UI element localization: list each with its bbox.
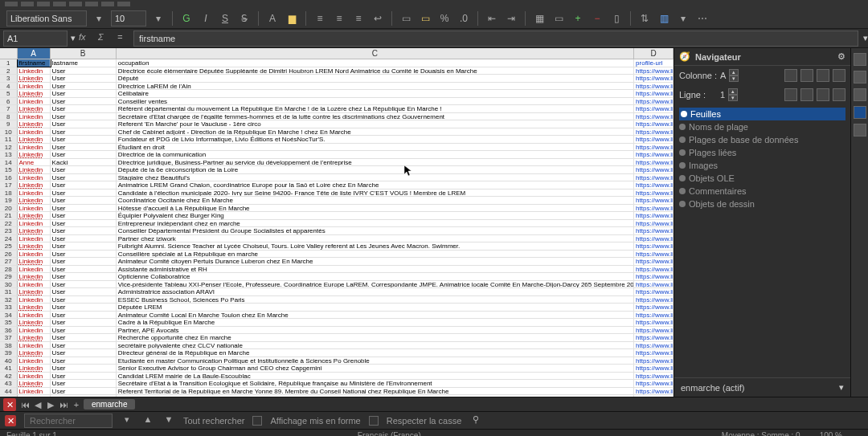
formatted-checkbox[interactable] (252, 416, 262, 426)
cell[interactable]: https://www.li (634, 181, 674, 189)
cell[interactable]: https://www.li (634, 67, 674, 75)
table-row[interactable]: 38LinkedinUsersecrétaire polyvalente che… (0, 342, 674, 350)
cell[interactable]: User (51, 227, 117, 234)
cell[interactable]: Fulbright Alumni. Science Teacher at Lyc… (117, 242, 634, 250)
cell[interactable]: User (51, 98, 117, 105)
cell[interactable]: Linkedin (18, 113, 51, 120)
cell[interactable]: User (51, 319, 117, 326)
cell[interactable]: Chef de Cabinet adjoint - Direction de l… (117, 128, 634, 136)
cell[interactable]: User (51, 380, 117, 387)
cell[interactable]: Député de la 6e circonscription de la Lo… (117, 166, 634, 173)
dropdown-icon[interactable]: ▾ (839, 382, 844, 393)
cell[interactable]: profile-url (634, 59, 674, 67)
cell[interactable]: firstname (18, 59, 51, 67)
cell[interactable]: Stagiaire chez Beautiful's (117, 174, 634, 181)
currency-icon[interactable]: ▭ (418, 11, 432, 26)
cell[interactable]: https://www.li (634, 273, 674, 280)
row-header[interactable]: 43 (0, 380, 18, 387)
cell[interactable]: Linkedin (18, 212, 51, 219)
table-row[interactable]: 13LinkedinUserDirectrice de la communica… (0, 151, 674, 159)
cell[interactable]: Linkedin (18, 349, 51, 357)
insert-col-icon[interactable]: ▯ (609, 11, 624, 26)
cell[interactable]: Kacki (51, 159, 117, 166)
cell[interactable]: User (51, 251, 117, 258)
cell[interactable]: Senior Executive Advisor to Group Chairm… (117, 365, 634, 372)
cell[interactable]: Chargé de communication chez En Marche (117, 395, 634, 397)
cell[interactable]: Linkedin (18, 281, 51, 288)
table-row[interactable]: 23LinkedinUserConseiller Départemental P… (0, 227, 674, 235)
indent-dec-icon[interactable]: ⇤ (485, 11, 499, 26)
table-row[interactable]: 28LinkedinUserAssistante administrative … (0, 266, 674, 274)
formula-input[interactable] (133, 31, 858, 47)
cell[interactable]: User (51, 258, 117, 265)
cell[interactable]: User (51, 235, 117, 242)
table-row[interactable]: 11LinkedinUserFondateur et PDG de Livio … (0, 136, 674, 144)
cell[interactable]: User (51, 388, 117, 395)
cell[interactable]: Candidat LREM mairie de La Baule-Escoubl… (117, 373, 634, 380)
row-header[interactable]: 3 (0, 75, 18, 82)
prev-sheet-icon[interactable]: ◀ (32, 399, 43, 410)
borders-icon[interactable]: ▦ (532, 11, 547, 26)
row-header[interactable]: 32 (0, 296, 18, 304)
cell[interactable]: https://www.li (634, 288, 674, 295)
cell[interactable]: ESSEC Business School, Sciences Po Paris (117, 296, 634, 304)
cell[interactable]: https://www.li (634, 258, 674, 265)
row-header[interactable]: 31 (0, 288, 18, 295)
cell[interactable]: https://www.li (634, 189, 674, 197)
row-header[interactable]: 36 (0, 327, 18, 334)
table-row[interactable]: 10LinkedinUserChef de Cabinet adjoint - … (0, 128, 674, 137)
font-size-combo[interactable] (111, 10, 146, 26)
cell[interactable]: Linkedin (18, 197, 51, 204)
table-row[interactable]: 12LinkedinUserÉtudiant en droithttps://w… (0, 144, 674, 152)
cell[interactable]: https://www.li (634, 235, 674, 242)
cell[interactable]: Recherche opportunité chez En marche (117, 334, 634, 341)
cell[interactable]: Animatrice LREM Grand Chalon, coordinatr… (117, 181, 634, 189)
cell[interactable]: Linkedin (18, 288, 51, 295)
cell[interactable]: Linkedin (18, 365, 51, 372)
cell[interactable]: User (51, 296, 117, 304)
cell[interactable]: Animateur Comité citoyen Pertuis Durance… (117, 258, 634, 265)
table-row[interactable]: 19LinkedinUserCoordinatrice Occitanie ch… (0, 197, 674, 205)
first-sheet-icon[interactable]: ⏮ (19, 399, 31, 410)
cell[interactable]: https://www.li (634, 205, 674, 212)
cell[interactable]: lastname (51, 59, 117, 67)
cell[interactable]: Directeur général de la République en Ma… (117, 349, 634, 357)
cell[interactable]: https://www.li (634, 128, 674, 136)
table-row[interactable]: 5LinkedinUserCélibatairehttps://www.li (0, 90, 674, 98)
cell[interactable]: https://www.li (634, 312, 674, 319)
cell[interactable]: Linkedin (18, 334, 51, 341)
more-icon[interactable]: ⋯ (695, 11, 710, 26)
cell[interactable]: User (51, 105, 117, 112)
cell[interactable]: https://www.li (634, 75, 674, 82)
cell[interactable]: https://www.li (634, 349, 674, 357)
cell[interactable]: Conseiller Départemental Président du Gr… (117, 227, 634, 234)
navigator-tree[interactable]: FeuillesNoms de plagePlages de base de d… (674, 104, 850, 377)
sidebar-navigator-icon[interactable] (854, 106, 866, 119)
cell[interactable]: Partner, APE Avocats (117, 327, 634, 334)
add-sheet-icon[interactable]: + (71, 399, 82, 410)
border-style-icon[interactable]: ▭ (551, 11, 566, 26)
cell[interactable]: https://www.li (634, 144, 674, 151)
cell[interactable]: https://www.li (634, 296, 674, 304)
cell[interactable]: https://www.li (634, 197, 674, 204)
row-header[interactable]: 2 (0, 67, 18, 75)
cell[interactable]: Linkedin (18, 144, 51, 151)
cell[interactable]: User (51, 120, 117, 128)
cell-reference-box[interactable] (3, 31, 68, 47)
nav-icon[interactable] (784, 88, 797, 101)
delete-row-icon[interactable]: − (590, 11, 604, 26)
row-header[interactable]: 22 (0, 220, 18, 227)
row-header[interactable]: 7 (0, 105, 18, 112)
dropdown-icon[interactable]: ▾ (121, 414, 133, 427)
table-row[interactable]: 1firstnamelastnameoccupationprofile-url (0, 59, 674, 67)
cell[interactable]: Linkedin (18, 388, 51, 395)
search-input[interactable] (24, 414, 113, 428)
dropdown-icon[interactable]: ▾ (92, 11, 106, 26)
cell[interactable]: Linkedin (18, 227, 51, 234)
cell[interactable]: Linkedin (18, 75, 51, 82)
cell[interactable]: Linkedin (18, 266, 51, 273)
cell[interactable]: Hôtesse d'accueil à La République En Mar… (117, 205, 634, 212)
row-header[interactable]: 12 (0, 144, 18, 151)
merge-icon[interactable]: ▭ (399, 11, 413, 26)
cell[interactable]: User (51, 281, 117, 288)
